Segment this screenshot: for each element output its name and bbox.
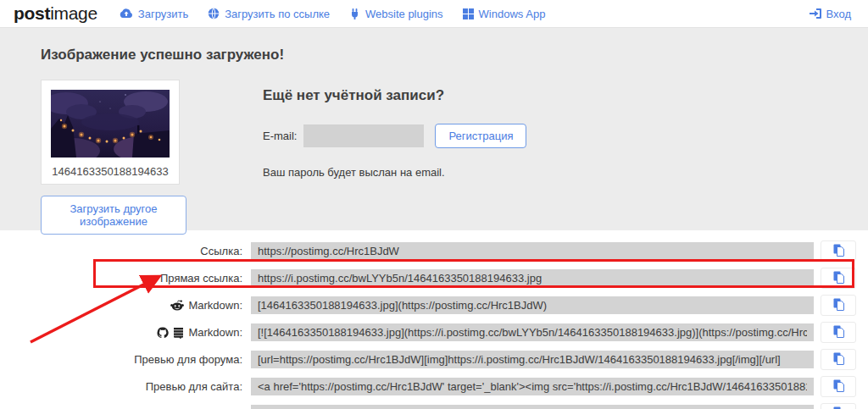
nav-link-website-plugins[interactable]: Website plugins bbox=[349, 8, 443, 20]
row-label: Превью для сайта: bbox=[0, 380, 251, 393]
logo-text-light: image bbox=[50, 3, 97, 23]
thumbnail-caption: 1464163350188194633 bbox=[51, 165, 170, 178]
copy-button[interactable] bbox=[821, 240, 856, 262]
sign-in-icon bbox=[810, 8, 821, 19]
link-row-forum-image: Картинка для форума: bbox=[0, 403, 856, 409]
link-row-website-preview: Превью для сайта: bbox=[0, 376, 856, 397]
thumbnail-card: 1464163350188194633 bbox=[41, 80, 180, 185]
link-value-field[interactable] bbox=[251, 378, 814, 395]
nav-link-upload-by-url[interactable]: Загрузить по ссылке bbox=[208, 8, 330, 20]
link-value-field[interactable] bbox=[251, 405, 814, 409]
logo-text-bold: post bbox=[14, 3, 50, 23]
windows-icon bbox=[463, 8, 474, 19]
link-value-field[interactable] bbox=[251, 296, 814, 314]
row-label: Markdown: bbox=[0, 299, 251, 312]
nav-link-upload[interactable]: Загрузить bbox=[120, 8, 188, 20]
register-button[interactable]: Регистрация bbox=[435, 124, 526, 148]
copy-button[interactable] bbox=[821, 268, 856, 289]
link-row-direct-page: Ссылка: bbox=[0, 240, 856, 262]
uploaded-image-thumbnail[interactable] bbox=[51, 90, 170, 158]
nav-link-label: Загрузить bbox=[138, 8, 188, 20]
email-input[interactable] bbox=[303, 124, 424, 147]
upload-another-button[interactable]: Загрузить другое изображение bbox=[41, 196, 186, 235]
copy-button[interactable] bbox=[821, 322, 856, 343]
email-label: E-mail: bbox=[263, 130, 297, 142]
copy-button[interactable] bbox=[821, 295, 856, 316]
signup-title: Ещё нет учётной записи? bbox=[263, 87, 526, 104]
copy-icon bbox=[833, 244, 844, 259]
nav-link-windows-app[interactable]: Windows App bbox=[463, 8, 546, 20]
copy-button[interactable] bbox=[821, 376, 856, 397]
nav-link-label: Вход bbox=[826, 8, 851, 20]
link-value-field[interactable] bbox=[251, 269, 814, 287]
row-label: Прямая ссылка: bbox=[0, 272, 251, 285]
nav-link-label: Website plugins bbox=[365, 8, 443, 20]
row-label: Markdown: bbox=[0, 326, 251, 339]
signup-note: Ваш пароль будет выслан на email. bbox=[263, 166, 526, 179]
share-links-section: Ссылка: Прямая ссылка: Markdown: Markdow… bbox=[0, 230, 868, 409]
stackexchange-icon bbox=[173, 327, 184, 339]
copy-icon bbox=[833, 406, 844, 409]
globe-icon bbox=[208, 8, 220, 19]
copy-button[interactable] bbox=[821, 349, 856, 370]
link-value-field[interactable] bbox=[251, 351, 814, 368]
nav-link-label: Загрузить по ссылке bbox=[225, 8, 330, 20]
link-row-forum-preview: Превью для форума: bbox=[0, 349, 856, 370]
copy-icon bbox=[833, 298, 844, 313]
link-value-field[interactable] bbox=[251, 242, 814, 260]
row-label: Ссылка: bbox=[0, 245, 251, 257]
link-value-field[interactable] bbox=[251, 323, 814, 341]
nav-link-label: Windows App bbox=[479, 8, 546, 20]
reddit-icon bbox=[170, 300, 184, 311]
postimage-logo[interactable]: postimage bbox=[14, 3, 97, 24]
github-icon bbox=[157, 327, 169, 339]
link-row-markdown-reddit: Markdown: bbox=[0, 295, 856, 316]
copy-icon bbox=[833, 271, 844, 286]
copy-icon bbox=[833, 352, 844, 368]
success-title: Изображение успешно загружено! bbox=[41, 47, 827, 64]
cloud-upload-icon bbox=[120, 8, 133, 19]
copy-icon bbox=[833, 379, 844, 395]
navbar: postimage Загрузить Загрузить по ссылке … bbox=[0, 0, 868, 28]
copy-icon bbox=[833, 325, 844, 340]
nav-link-login[interactable]: Вход bbox=[810, 8, 851, 20]
copy-button[interactable] bbox=[821, 403, 856, 409]
upload-result-section: Изображение успешно загружено! bbox=[0, 28, 868, 230]
row-label: Превью для форума: bbox=[0, 353, 251, 366]
plug-icon bbox=[349, 8, 360, 19]
link-row-markdown-github: Markdown: bbox=[0, 322, 856, 343]
link-row-direct-link: Прямая ссылка: bbox=[0, 268, 856, 289]
